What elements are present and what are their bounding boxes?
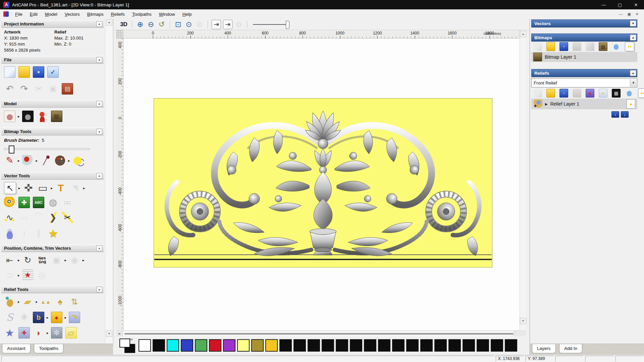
flyout-arrow-icon[interactable]: ▸ (36, 159, 38, 163)
menu-window[interactable]: Window (155, 10, 179, 18)
fg-bg-colour-widget[interactable]: ∞ (119, 338, 138, 354)
flyout-arrow-icon[interactable]: ▸ (83, 258, 85, 262)
redo-icon[interactable]: ↷ (18, 83, 30, 95)
weld-vectors-icon[interactable]: ◉ (69, 254, 80, 266)
scroll-down-icon[interactable]: ▼ (520, 318, 526, 324)
flyout-arrow-icon[interactable]: ▸ (68, 159, 70, 163)
clear-bitmap-icon[interactable] (586, 42, 594, 51)
select-vectors-icon[interactable]: ↖ (4, 182, 16, 194)
open-relief-icon[interactable] (546, 89, 555, 98)
free-sketch-icon[interactable]: ∿∿ (18, 212, 30, 223)
vector-filter-icon[interactable]: ▼ (630, 20, 636, 26)
flyout-arrow-icon[interactable]: ▸ (65, 258, 67, 262)
tape-measure-icon[interactable] (4, 197, 15, 208)
link-colours-icon[interactable]: ∞ (130, 337, 133, 342)
relief-trash-icon[interactable] (625, 89, 634, 98)
new-model-icon[interactable] (4, 66, 15, 78)
menu-file[interactable]: File (11, 10, 26, 18)
flyout-arrow-icon[interactable]: ▸ (36, 300, 38, 304)
scroll-up-icon[interactable]: ▲ (106, 19, 112, 25)
palette-swatch-22[interactable] (448, 339, 461, 352)
maximize-icon[interactable]: ▢ (612, 0, 628, 9)
bitmap-trash-icon[interactable] (612, 42, 621, 51)
tab-assistant[interactable]: Assistant (2, 344, 31, 353)
spin-icon[interactable]: ⇅ (69, 296, 80, 307)
save-relief-icon[interactable]: ▪ (559, 89, 568, 98)
slider-handle[interactable] (9, 145, 14, 154)
join-vectors-icon[interactable]: ⊃ (4, 269, 15, 281)
menu-bitmaps[interactable]: Bitmaps (84, 10, 107, 18)
rollup-icon[interactable]: ▲ (96, 287, 102, 292)
block-copy-icon[interactable]: ▣ (51, 254, 62, 266)
relief-select-dropdown[interactable]: Front Relief ▼ (531, 78, 637, 87)
paint-icon[interactable]: ✎ (4, 155, 15, 166)
slider-track[interactable] (4, 148, 90, 150)
palette-swatch-19[interactable] (406, 339, 419, 352)
dome-relief-icon[interactable]: ◓ (33, 341, 44, 344)
envelope-distort-icon[interactable]: ◍ (47, 197, 59, 208)
flyout-arrow-icon[interactable]: ▸ (18, 273, 20, 278)
flood-fill-icon[interactable] (22, 155, 34, 166)
new-relief-icon[interactable] (533, 89, 542, 98)
palette-swatch-20[interactable] (420, 339, 433, 352)
invert-model-icon[interactable] (22, 111, 34, 122)
open-bitmap-icon[interactable] (546, 42, 555, 51)
model-options-icon[interactable]: ✓ (47, 66, 59, 78)
flyout-arrow-icon[interactable]: ▸ (18, 114, 20, 119)
menu-reliefs[interactable]: Reliefs (107, 10, 128, 18)
scroll-down-icon[interactable]: ▼ (106, 330, 112, 337)
palette-swatch-15[interactable] (350, 339, 362, 352)
zoom-slider[interactable] (253, 20, 293, 29)
link-all-views-icon[interactable]: ⇥ (223, 20, 232, 29)
copy-icon[interactable]: ▣ (47, 83, 59, 95)
zoom-out-icon[interactable]: ⊖ (147, 20, 155, 29)
flyout-arrow-icon[interactable]: ▸ (83, 186, 85, 190)
two-rail-sweep-icon[interactable]: ▲▲ (40, 296, 51, 307)
bitmap-to-vector-icon[interactable] (72, 155, 84, 166)
paste-along-curve-icon[interactable]: ABC (33, 197, 44, 208)
scrollbar-thumb[interactable] (124, 333, 514, 335)
child-minimize-icon[interactable]: — (619, 12, 623, 16)
relief-clipart-library-icon[interactable]: b (33, 312, 44, 323)
mirror-vectors-icon[interactable]: ∥ (33, 228, 44, 239)
flyout-arrow-icon[interactable]: ▸ (47, 315, 49, 320)
tab-layers[interactable]: Layers (532, 344, 556, 353)
menu-help[interactable]: Help (179, 10, 196, 18)
flyout-arrow-icon[interactable]: ▸ (18, 186, 20, 190)
palette-swatch-8[interactable] (251, 339, 264, 352)
relief-envelope-icon[interactable]: ▦ (18, 341, 30, 344)
weave-wizard-icon[interactable]: ✳ (18, 312, 30, 323)
save-model-icon[interactable]: ▪ (33, 66, 44, 78)
view-3d-icon[interactable]: 3D (119, 20, 128, 29)
bitmap-properties-icon[interactable]: ▨ (599, 42, 607, 51)
child-close-icon[interactable]: ✕ (636, 12, 639, 16)
move-layer-down-button[interactable]: ↓ (621, 111, 629, 118)
offset-vectors-icon[interactable] (4, 228, 15, 239)
palette-swatch-24[interactable] (477, 339, 489, 352)
nesting-icon[interactable]: Nes ting (37, 254, 48, 266)
flip-relief-icon[interactable]: ↷ (69, 312, 80, 323)
relief-visibility-page-icon[interactable]: ● (599, 89, 607, 98)
rollup-icon[interactable]: ▲ (630, 35, 636, 41)
texture-relief-icon[interactable]: ✼ (51, 327, 62, 339)
create-rectangle-icon[interactable]: ▭ (37, 182, 49, 194)
undo-icon[interactable]: ↶ (4, 83, 15, 95)
align-vectors-icon[interactable]: ⇤ (4, 254, 15, 266)
chevron-down-icon[interactable]: ▼ (630, 79, 637, 87)
fit-vectors-to-relief-icon[interactable]: ★ (22, 269, 34, 281)
palette-swatch-0[interactable] (139, 339, 151, 352)
lighting-material-icon[interactable] (37, 111, 48, 122)
colour-palette-icon[interactable] (54, 155, 66, 166)
relief-layer-row[interactable]: ✚ ▶ Relief Layer 1 ● (531, 99, 637, 109)
palette-swatch-21[interactable] (434, 339, 447, 352)
trim-vectors-icon[interactable]: ✂ (62, 212, 73, 223)
palette-swatch-11[interactable] (293, 339, 306, 352)
relief-visibility-bulb-icon[interactable]: ● (627, 99, 635, 109)
palette-swatch-18[interactable] (392, 339, 405, 352)
duplicate-relief-icon[interactable]: ◆ (586, 89, 594, 98)
palette-swatch-12[interactable] (308, 339, 320, 352)
splitter-icon[interactable]: ◂▸ (116, 331, 123, 337)
rollup-icon[interactable]: ▲ (630, 70, 636, 76)
open-model-icon[interactable] (18, 66, 30, 78)
paste-relief-icon[interactable]: ◆ (51, 312, 62, 323)
